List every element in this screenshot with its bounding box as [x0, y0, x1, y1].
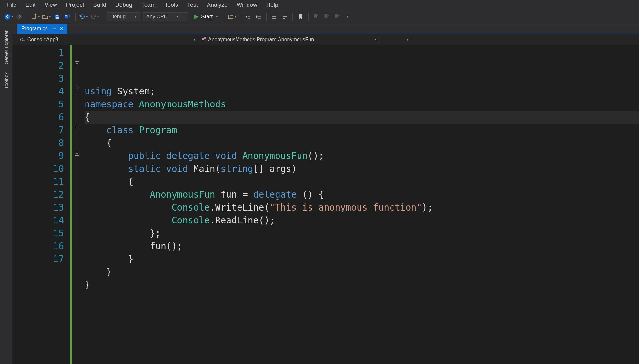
member-combo-value: AnonymousMethods.Program.AnonymousFun	[208, 37, 314, 43]
document-tab-program-cs[interactable]: Program.cs ⊣ ✕	[17, 24, 67, 34]
redo-button[interactable]: ▾	[90, 13, 99, 21]
menu-tools[interactable]: Tools	[160, 1, 183, 9]
method-combo[interactable]: ▾	[379, 35, 411, 44]
code-line[interactable]: class Program	[85, 124, 639, 137]
server-explorer-tab[interactable]: Server Explorer	[3, 27, 10, 67]
line-number[interactable]: 15	[30, 227, 64, 240]
menu-analyze[interactable]: Analyze	[202, 1, 232, 9]
menu-window[interactable]: Window	[232, 1, 262, 9]
outlining-margin[interactable]	[73, 45, 85, 364]
line-number[interactable]: 3	[30, 72, 64, 85]
line-number[interactable]: 10	[30, 162, 64, 175]
code-line[interactable]: AnonymousFun fun = delegate () {	[85, 188, 639, 201]
line-number[interactable]: 2	[30, 59, 64, 72]
start-label: Start	[201, 14, 213, 20]
document-tab-row: Program.cs ⊣ ✕	[12, 24, 639, 34]
new-project-button[interactable]: ▾	[31, 13, 40, 21]
menu-help[interactable]: Help	[262, 1, 283, 9]
undo-button[interactable]: ▾	[79, 13, 88, 21]
code-line[interactable]: namespace AnonymousMethods	[85, 98, 639, 111]
comment-button[interactable]	[270, 13, 279, 21]
nav-back-button[interactable]: ▾	[4, 13, 13, 21]
code-line[interactable]: }	[85, 279, 639, 291]
line-number[interactable]: 14	[30, 214, 64, 227]
svg-rect-7	[204, 37, 206, 39]
code-line[interactable]: }	[85, 266, 639, 279]
svg-rect-2	[32, 15, 36, 18]
chevron-down-icon: ▾	[235, 15, 237, 19]
save-all-button[interactable]	[63, 13, 72, 21]
project-combo[interactable]: C# ConsoleApp3 ▾	[17, 35, 198, 44]
solution-platform-value: Any CPU	[146, 14, 167, 20]
code-line[interactable]: fun();	[85, 240, 639, 253]
delegate-icon	[202, 37, 206, 42]
code-editor[interactable]: 1234567891011121314151617 using System;n…	[12, 45, 639, 364]
change-indicator	[70, 45, 72, 364]
menu-build[interactable]: Build	[89, 1, 111, 9]
menu-team[interactable]: Team	[137, 1, 160, 9]
code-line[interactable]: {	[85, 175, 639, 188]
svg-point-0	[5, 14, 10, 20]
member-combo[interactable]: AnonymousMethods.Program.AnonymousFun ▾	[198, 35, 379, 44]
toolbox-tab[interactable]: Toolbox	[3, 69, 10, 92]
menu-test[interactable]: Test	[183, 1, 202, 9]
line-number[interactable]: 13	[30, 201, 64, 214]
line-number[interactable]: 12	[30, 188, 64, 201]
line-number[interactable]: 16	[30, 240, 64, 253]
code-line[interactable]: Console.WriteLine("This is anonymous fun…	[85, 201, 639, 214]
glyph-margin[interactable]	[12, 45, 30, 364]
line-number[interactable]: 5	[30, 98, 64, 111]
bookmark-next-button[interactable]	[322, 13, 331, 21]
find-in-files-button[interactable]: ▾	[228, 13, 237, 21]
close-icon[interactable]: ✕	[59, 26, 64, 32]
code-navigation-bar: C# ConsoleApp3 ▾ AnonymousMethods.Progra…	[12, 34, 639, 45]
line-number[interactable]: 6	[30, 111, 64, 124]
code-line[interactable]: {	[85, 137, 639, 150]
chevron-down-icon: ▾	[194, 37, 196, 42]
code-area[interactable]: using System;namespace AnonymousMethods{…	[85, 45, 639, 364]
svg-rect-3	[56, 15, 58, 16]
outdent-button[interactable]	[244, 13, 252, 21]
code-line[interactable]: Console.ReadLine();	[85, 214, 639, 227]
nav-forward-button[interactable]	[15, 13, 24, 21]
solution-platform-combo[interactable]: Any CPU ▾	[143, 12, 188, 21]
code-line[interactable]: static void Main(string[] args)	[85, 162, 639, 175]
uncomment-button[interactable]	[280, 13, 289, 21]
code-line[interactable]: }	[85, 253, 639, 266]
menu-view[interactable]: View	[40, 1, 62, 9]
document-tab-label: Program.cs	[21, 26, 48, 32]
chevron-down-icon: ▾	[374, 37, 376, 42]
code-line[interactable]: {	[85, 111, 639, 124]
code-line[interactable]: using System;	[85, 85, 639, 98]
project-combo-value: ConsoleApp3	[27, 37, 58, 43]
menu-project[interactable]: Project	[62, 1, 89, 9]
line-number[interactable]: 17	[30, 253, 64, 266]
indent-button[interactable]	[254, 13, 263, 21]
pin-icon[interactable]: ⊣	[52, 26, 56, 31]
line-number[interactable]: 7	[30, 124, 64, 137]
code-line[interactable]: };	[85, 227, 639, 240]
menu-debug[interactable]: Debug	[111, 1, 137, 9]
bookmark-toggle-button[interactable]	[296, 13, 305, 21]
menu-file[interactable]: File	[3, 1, 21, 9]
open-file-button[interactable]: ▾	[42, 13, 51, 21]
line-number[interactable]: 9	[30, 150, 64, 162]
save-button[interactable]	[53, 13, 61, 21]
start-debugging-button[interactable]: ▶ Start ▾	[191, 12, 221, 21]
menu-edit[interactable]: Edit	[21, 1, 40, 9]
chevron-down-icon: ▾	[407, 37, 409, 42]
toolbar: ▾ ▾ ▾ ▾ ▾ Debug ▾ Any CPU ▾ ▶ Start ▾	[0, 10, 639, 24]
bookmark-prev-button[interactable]	[312, 13, 320, 21]
line-number[interactable]: 1	[30, 46, 64, 59]
solution-configuration-value: Debug	[110, 14, 126, 20]
line-number-gutter[interactable]: 1234567891011121314151617	[30, 45, 70, 364]
csharp-project-icon: C#	[20, 37, 25, 42]
bookmark-clear-button[interactable]	[333, 13, 341, 21]
line-number[interactable]: 8	[30, 137, 64, 150]
line-number[interactable]: 4	[30, 85, 64, 98]
code-line[interactable]: public delegate void AnonymousFun();	[85, 150, 639, 162]
line-number[interactable]: 11	[30, 175, 64, 188]
toolbar-overflow-button[interactable]: ▾	[343, 13, 351, 21]
code-line[interactable]	[85, 291, 639, 304]
solution-configuration-combo[interactable]: Debug ▾	[107, 12, 140, 21]
